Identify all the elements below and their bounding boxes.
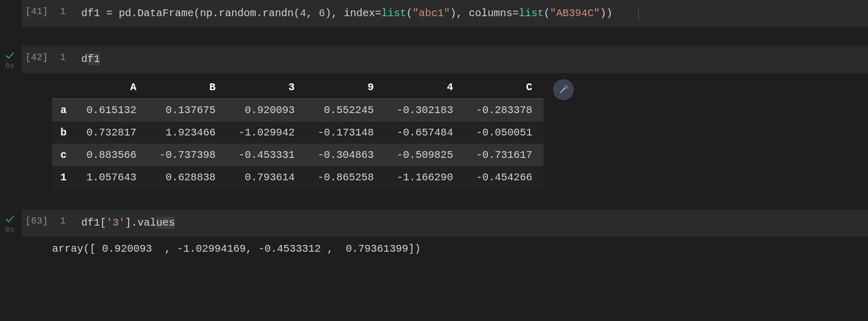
check-icon [5,51,15,63]
cell-gutter: 0s [0,46,22,71]
df-corner [52,76,75,99]
code-token: f1 [87,53,100,65]
code-token: )) [600,7,612,19]
check-icon [5,215,15,227]
execution-count: [42] [22,49,54,63]
df-cell: 0.615132 [75,99,148,122]
execution-time: 0s [5,62,15,71]
df-cell: 0.920093 [227,99,306,122]
code-editor[interactable]: df1['3'].values [72,213,184,233]
cell-main[interactable]: [42] 1 df1 [22,46,868,73]
magic-wand-button[interactable] [553,79,574,100]
df-cell: -0.865258 [306,166,385,189]
line-number: 1 [54,49,72,63]
code-editor[interactable]: df1 = pd.DataFrame(np.random.randn(4, 6)… [72,3,622,24]
df-cell: -0.731617 [464,144,544,166]
cell-output: array([ 0.920093 , -1.02994169, -0.45333… [0,240,868,255]
df-col-header: 3 [227,76,306,99]
line-number: 1 [54,213,72,226]
code-token: pd.DataFrame(np.random.randn( [119,7,300,19]
df-row-header: 1 [52,166,75,189]
df-cell: -0.302183 [385,99,464,122]
svg-line-1 [564,88,565,89]
code-editor[interactable]: df1 [72,49,109,70]
df-cell: -0.304863 [306,144,385,166]
df-cell: -0.509825 [385,144,464,166]
execution-count: [63] [22,213,54,226]
line-number: 1 [54,3,72,17]
code-token: list [519,7,544,19]
df-cell: -1.029942 [227,121,306,144]
df-row-header: c [52,144,75,166]
dataframe-table: AB394C a0.6151320.1376750.9200930.552245… [52,76,544,189]
df-cell: 0.732817 [75,121,148,144]
code-token: ), index= [325,7,381,19]
cell-gutter [0,0,22,5]
code-cell: 0s [42] 1 df1 [0,46,868,73]
df-row-header: b [52,121,75,144]
code-token: , [306,7,319,19]
df-cell: -0.050051 [464,121,544,144]
code-token: ( [544,7,550,19]
df-cell: 1.923466 [148,121,227,144]
df-cell: -0.657484 [385,121,464,144]
df-cell: 1.057643 [75,166,148,189]
execution-count: [41] [22,3,54,17]
df-cell: 0.552245 [306,99,385,122]
code-token: "AB394C" [550,7,600,19]
df-cell: -0.454266 [464,166,544,189]
code-token: '3' [106,217,125,229]
table-row: b0.7328171.923466-1.029942-0.173148-0.65… [52,121,544,144]
code-token: df1 [81,7,100,19]
table-row: c0.883566-0.737398-0.453331-0.304863-0.5… [52,144,544,166]
code-token: list [381,7,406,19]
df-cell: -1.166290 [385,166,464,189]
df-cell: 0.883566 [75,144,148,166]
code-token: d [81,53,87,65]
df-cell: -0.453331 [227,144,306,166]
code-token: ), columns= [450,7,519,19]
df-cell: -0.173148 [306,121,385,144]
table-row: a0.6151320.1376750.9200930.552245-0.3021… [52,99,544,122]
df-cell: 0.628838 [148,166,227,189]
df-col-header: 4 [385,76,464,99]
cell-output: AB394C a0.6151320.1376750.9200930.552245… [0,76,868,189]
df-cell: 0.793614 [227,166,306,189]
code-token: ues [156,217,175,229]
magic-wand-icon [558,84,569,95]
df-row-header: a [52,99,75,122]
code-token: 6 [319,7,325,19]
cell-main[interactable]: [41] 1 df1 = pd.DataFrame(np.random.rand… [22,0,868,27]
code-token: ( [406,7,412,19]
execution-time: 0s [5,226,15,234]
code-token: df1[ [81,217,106,229]
code-cell: [41] 1 df1 = pd.DataFrame(np.random.rand… [0,0,868,27]
code-token: ].val [125,217,156,229]
df-col-header: C [464,76,544,99]
code-token: = [100,7,119,19]
array-output: array([ 0.920093 , -1.02994169, -0.45333… [52,240,868,255]
cell-main[interactable]: [63] 1 df1['3'].values [22,209,868,237]
code-cell: 0s [63] 1 df1['3'].values [0,209,868,237]
df-cell: -0.737398 [148,144,227,166]
df-cell: -0.283378 [464,99,544,122]
df-col-header: B [148,76,227,99]
df-col-header: 9 [306,76,385,99]
code-token: "abc1" [412,7,450,19]
df-cell: 0.137675 [148,99,227,122]
table-row: 11.0576430.6288380.793614-0.865258-1.166… [52,166,544,189]
df-col-header: A [75,76,148,99]
code-token: 4 [300,7,306,19]
cell-gutter: 0s [0,209,22,234]
